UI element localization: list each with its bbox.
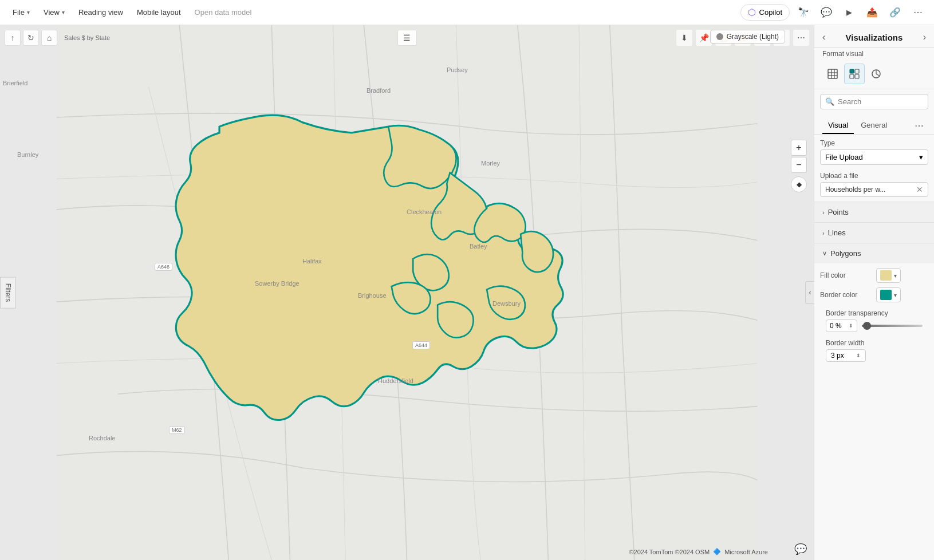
visualizations-panel: ‹ ‹ Visualizations › Format visual: [814, 25, 934, 560]
lines-header[interactable]: › Lines: [814, 223, 934, 243]
upload-field-group: Upload a file Households per w... ✕: [814, 169, 934, 202]
reading-view-btn[interactable]: Reading view: [73, 6, 129, 19]
lines-section: › Lines: [814, 222, 934, 243]
upload-label: Upload a file: [820, 172, 928, 180]
tab-more-btn[interactable]: ⋯: [912, 118, 926, 133]
azure-label: Microsoft Azure: [724, 549, 768, 555]
viz-table-icon[interactable]: [822, 64, 843, 84]
view-chevron: ▾: [62, 9, 65, 15]
fill-color-btn[interactable]: ▾: [876, 268, 901, 283]
copilot-button[interactable]: ⬡ Copilot: [740, 4, 790, 21]
transparency-spinners: ⬍: [849, 323, 853, 329]
panel-chevron-left[interactable]: ‹: [822, 32, 825, 42]
pin-icon[interactable]: 📌: [696, 30, 712, 46]
publish-icon-btn[interactable]: 📤: [863, 3, 881, 22]
viz-icons-panel: [814, 59, 934, 89]
view-label: View: [44, 8, 60, 17]
polygons-chevron: ∨: [822, 250, 827, 257]
view-menu[interactable]: View ▾: [38, 6, 70, 19]
search-icon-btn[interactable]: 🔭: [794, 3, 813, 22]
upload-input[interactable]: Households per w... ✕: [820, 182, 928, 197]
points-section: › Points: [814, 202, 934, 222]
border-width-label: Border width: [826, 339, 923, 347]
fill-color-row: Fill color ▾: [820, 268, 928, 283]
svg-rect-1: [828, 69, 837, 78]
road-a644: A644: [412, 341, 430, 349]
type-label: Type: [820, 139, 928, 147]
mobile-layout-label: Mobile layout: [137, 8, 181, 17]
reset-btn[interactable]: ⌂: [41, 30, 57, 46]
viz-icons-row: [822, 64, 926, 84]
redo-btn[interactable]: ↻: [23, 30, 39, 46]
map-zoom: + − ◆: [791, 140, 807, 192]
border-color-label: Border color: [820, 291, 872, 299]
file-chevron: ▾: [27, 9, 30, 15]
panel-collapse-arrow[interactable]: ‹: [805, 281, 814, 304]
map-chat-icon[interactable]: 💬: [794, 543, 807, 555]
border-color-chevron: ▾: [894, 292, 897, 298]
border-width-input[interactable]: 3 px ⬍: [826, 349, 866, 362]
transparency-input[interactable]: 0 % ⬍: [826, 320, 857, 332]
map-style-badge: Grayscale (Light): [710, 30, 785, 44]
border-color-btn[interactable]: ▾: [876, 287, 901, 302]
svg-rect-7: [855, 69, 859, 73]
file-label: File: [13, 8, 25, 17]
zoom-in-btn[interactable]: +: [791, 140, 807, 156]
undo-btn[interactable]: ↑: [5, 30, 21, 46]
type-select[interactable]: File Upload ▾: [820, 149, 928, 165]
points-title: Points: [828, 208, 849, 216]
slider-thumb[interactable]: [863, 322, 871, 330]
points-header[interactable]: › Points: [814, 202, 934, 222]
copilot-icon: ⬡: [748, 7, 756, 18]
tab-general[interactable]: General: [855, 117, 893, 134]
border-color-swatch: [880, 290, 892, 300]
filters-tab[interactable]: Filters: [0, 277, 16, 309]
border-width-spinners: ⬍: [856, 353, 861, 358]
present-icon-btn[interactable]: ▶: [840, 3, 858, 22]
polygons-content: Fill color ▾ Border color ▾: [814, 263, 934, 371]
border-transparency-label: Border transparency: [826, 309, 923, 317]
lines-chevron: ›: [822, 230, 825, 236]
file-menu[interactable]: File ▾: [7, 6, 36, 19]
viz-analytics-icon[interactable]: [866, 64, 886, 84]
svg-rect-6: [850, 69, 854, 73]
map-title: Sales $ by State: [64, 34, 110, 41]
panel-title: Visualizations: [846, 33, 903, 42]
points-chevron: ›: [822, 209, 825, 216]
panel-search[interactable]: 🔍: [820, 94, 928, 109]
comment-icon-btn[interactable]: 💬: [817, 3, 836, 22]
svg-rect-8: [850, 74, 854, 78]
polygons-header[interactable]: ∨ Polygons: [814, 243, 934, 263]
road-a646: A646: [155, 263, 172, 271]
viz-format-icon[interactable]: [844, 64, 865, 84]
more-map-btn[interactable]: ⋯: [793, 30, 809, 46]
search-input[interactable]: [838, 97, 934, 106]
open-data-model-btn[interactable]: Open data model: [189, 6, 258, 19]
download-icon[interactable]: ⬇: [676, 30, 692, 46]
fill-color-chevron: ▾: [894, 273, 897, 279]
panel-expand-btn[interactable]: ›: [923, 32, 926, 42]
upload-clear-btn[interactable]: ✕: [916, 185, 923, 194]
copilot-label: Copilot: [759, 8, 782, 17]
more-icon-btn[interactable]: ⋯: [909, 3, 927, 22]
fill-color-label: Fill color: [820, 271, 872, 279]
border-color-row: Border color ▾: [820, 287, 928, 302]
mobile-layout-btn[interactable]: Mobile layout: [131, 6, 187, 19]
share-icon-btn[interactable]: 🔗: [886, 3, 904, 22]
lines-title: Lines: [828, 228, 846, 237]
zoom-out-btn[interactable]: −: [791, 157, 807, 173]
map-area[interactable]: Brierfield Burnley Bradford Pudsey Morle…: [0, 25, 814, 560]
format-visual-label: Format visual: [814, 48, 934, 59]
polygons-section: ∨ Polygons Fill color ▾ Border color: [814, 243, 934, 371]
reading-view-label: Reading view: [78, 8, 123, 17]
map-hamburger[interactable]: ☰: [397, 30, 417, 46]
upload-value: Households per w...: [825, 186, 914, 194]
map-copyright: ©2024 TomTom ©2024 OSM 🔷 Microsoft Azure: [629, 548, 768, 555]
tab-visual[interactable]: Visual: [822, 117, 854, 134]
open-data-model-label: Open data model: [195, 8, 252, 17]
road-m62: M62: [169, 426, 185, 434]
style-label: Grayscale (Light): [727, 33, 779, 41]
transparency-slider[interactable]: [862, 325, 923, 327]
compass-btn[interactable]: ◆: [791, 176, 807, 192]
type-chevron: ▾: [919, 153, 923, 161]
